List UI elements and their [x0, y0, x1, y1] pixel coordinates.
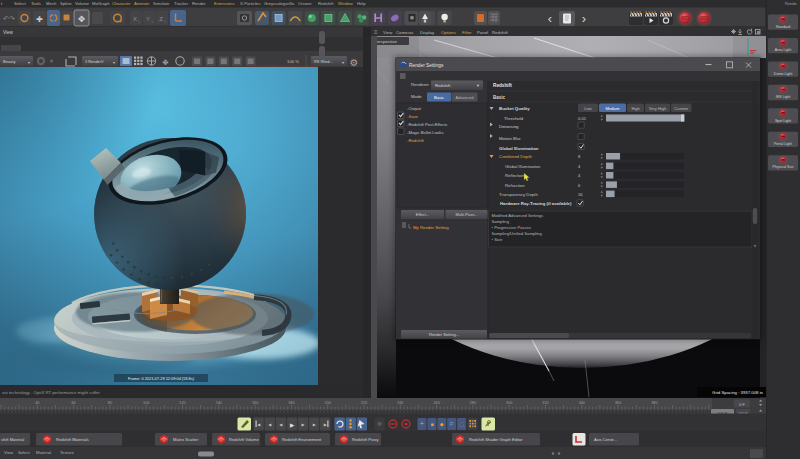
svg-text:Mesh: Mesh: [46, 1, 57, 6]
svg-text:Basic: Basic: [493, 95, 506, 100]
svg-text:Window: Window: [338, 1, 354, 6]
svg-text:320: 320: [542, 401, 548, 405]
svg-text:Octane: Octane: [298, 1, 312, 6]
svg-text:Medium: Medium: [605, 106, 620, 111]
svg-text:180: 180: [288, 401, 294, 405]
svg-text:Refraction: Refraction: [505, 183, 525, 188]
svg-text:Physical Sun: Physical Sun: [773, 165, 794, 169]
svg-text:Display: Display: [420, 30, 435, 35]
svg-text:‹: ‹: [548, 11, 552, 26]
svg-text:◆: ◆: [440, 421, 444, 427]
svg-text:ast technology - OptiX RT perf: ast technology - OptiX RT performance mi…: [2, 390, 100, 395]
svg-text:0 F: 0 F: [739, 403, 745, 407]
svg-text:Redshift Environment: Redshift Environment: [282, 437, 322, 442]
svg-text:Render: Render: [192, 1, 206, 6]
svg-text:▾: ▾: [342, 61, 344, 65]
svg-text:Perspective: Perspective: [374, 39, 397, 44]
svg-text:■: ■: [430, 421, 433, 427]
svg-text:Reflection: Reflection: [505, 173, 525, 178]
svg-text:Effect...: Effect...: [416, 212, 430, 217]
svg-text:Redshift: Redshift: [435, 83, 451, 88]
svg-text:Portal Light: Portal Light: [774, 142, 792, 146]
svg-text:Tracker: Tracker: [174, 1, 189, 6]
svg-text:-Output: -Output: [407, 106, 422, 111]
svg-text:280: 280: [470, 401, 476, 405]
svg-text:✥: ✥: [377, 421, 382, 427]
svg-text:Character: Character: [112, 1, 131, 6]
svg-text:Redshift Materials: Redshift Materials: [56, 437, 89, 442]
svg-text:Frame: 0 2021-07-29 12:09:0: Frame: 0 2021-07-29 12:09:04 (53.8s): [128, 376, 195, 381]
svg-text:Volume: Volume: [75, 1, 90, 6]
svg-text:240: 240: [397, 401, 403, 405]
svg-text:Global Illumination: Global Illumination: [499, 146, 539, 151]
svg-text:View: View: [383, 30, 393, 35]
svg-text:✥: ✥: [162, 58, 168, 67]
svg-text:shift Material: shift Material: [1, 437, 24, 442]
svg-text:40: 40: [35, 401, 39, 405]
svg-text:160: 160: [252, 401, 258, 405]
svg-text:▾: ▾: [28, 61, 30, 65]
svg-text:Transparency Depth: Transparency Depth: [499, 192, 538, 197]
svg-text:Standard: Standard: [776, 25, 791, 29]
svg-text:Sampling/Unified Sampling: Sampling/Unified Sampling: [492, 231, 543, 236]
svg-text:300: 300: [506, 401, 512, 405]
svg-text:Rende: Rende: [785, 1, 798, 6]
svg-text:Renderer: Renderer: [411, 82, 429, 87]
svg-text:L: L: [152, 20, 154, 24]
svg-text:Options: Options: [441, 30, 456, 35]
svg-text:Low: Low: [584, 106, 591, 111]
svg-text:Bucket Quality: Bucket Quality: [499, 106, 530, 111]
svg-text:X: X: [133, 16, 137, 22]
svg-text:Multi-Pass...: Multi-Pass...: [455, 212, 477, 217]
svg-text:Redshift: Redshift: [492, 30, 509, 35]
svg-text:Texture: Texture: [60, 450, 74, 455]
svg-text:L: L: [165, 20, 167, 24]
svg-text:220: 220: [361, 401, 367, 405]
svg-text:100 %: 100 %: [287, 59, 299, 64]
svg-text:Greyscalegorilla: Greyscalegorilla: [264, 1, 295, 6]
svg-text:Redshift: Redshift: [318, 1, 334, 6]
svg-text:Area Light: Area Light: [775, 48, 791, 52]
svg-text:Global Illumination: Global Illumination: [505, 164, 541, 169]
svg-text:Basic: Basic: [434, 95, 444, 100]
svg-text:Combined Depth: Combined Depth: [499, 154, 533, 159]
svg-text:100: 100: [143, 401, 149, 405]
svg-text:Select: Select: [14, 1, 26, 6]
svg-text:Advanced: Advanced: [456, 95, 474, 100]
svg-text:16: 16: [578, 192, 583, 197]
svg-text:✥: ✥: [78, 14, 85, 24]
svg-text:-Redshift Post-Effects: -Redshift Post-Effects: [407, 122, 447, 127]
svg-text:Beauty: Beauty: [3, 59, 15, 64]
svg-text:My Render Setting: My Render Setting: [413, 225, 449, 230]
svg-text:Mode: Mode: [411, 94, 422, 99]
svg-text:380: 380: [651, 401, 657, 405]
svg-text:Extensions: Extensions: [214, 1, 234, 6]
svg-text:⬚: ⬚: [459, 421, 464, 427]
svg-text:≡: ≡: [374, 29, 378, 35]
svg-text:▾: ▾: [113, 61, 115, 65]
svg-text:Material: Material: [36, 450, 51, 455]
svg-text:L: L: [139, 20, 141, 24]
svg-text:⚙: ⚙: [350, 57, 359, 68]
svg-text:Very High: Very High: [649, 106, 666, 111]
svg-text:Redshift Volume: Redshift Volume: [229, 437, 260, 442]
svg-text:Dome Light: Dome Light: [774, 72, 792, 76]
svg-text:360: 360: [615, 401, 621, 405]
svg-text:✚: ✚: [36, 15, 43, 24]
svg-text:Custom: Custom: [674, 106, 688, 111]
svg-text:-Redshift: -Redshift: [407, 138, 425, 143]
svg-text:Render Setting...: Render Setting...: [429, 332, 459, 337]
svg-text:Tools: Tools: [31, 1, 41, 6]
svg-text:60: 60: [71, 401, 75, 405]
svg-text:View: View: [3, 30, 14, 35]
svg-text:Redshift: Redshift: [493, 83, 512, 88]
svg-text:1:RenderV: 1:RenderV: [85, 59, 104, 64]
svg-text:-Save: -Save: [407, 114, 419, 119]
svg-text:• Progressive Passes: • Progressive Passes: [492, 225, 532, 230]
svg-text:Redshift Shader Graph Editor: Redshift Shader Graph Editor: [469, 437, 523, 442]
svg-text:Redshift Proxy: Redshift Proxy: [352, 437, 380, 442]
svg-text:High: High: [631, 106, 639, 111]
svg-text:Select: Select: [18, 450, 30, 455]
svg-text:↷: ↷: [9, 15, 15, 22]
svg-text:Grid Spacing : 3937.008 in: Grid Spacing : 3937.008 in: [712, 390, 763, 395]
